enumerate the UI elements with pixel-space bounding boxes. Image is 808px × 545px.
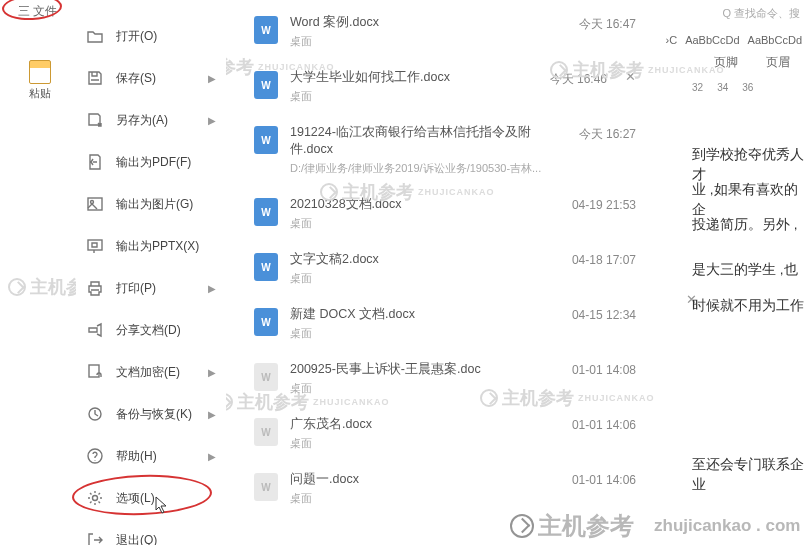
file-item[interactable]: W 问题一.docx桌面 01-01 14:06 (250, 461, 640, 516)
document-text: 至还会专门联系企业 (692, 455, 808, 496)
menu-share[interactable]: 分享文档(D) (76, 309, 226, 351)
file-path: 桌面 (290, 89, 530, 104)
file-item[interactable]: W 新建 DOCX 文档.docx桌面 04-15 12:34 (250, 296, 640, 351)
style-label: 页脚 (714, 54, 738, 71)
menu-print[interactable]: 打印(P) ▶ (76, 267, 226, 309)
file-name: 广东茂名.docx (290, 416, 552, 433)
chevron-right-icon: ▶ (208, 283, 216, 294)
menu-label: 输出为图片(G) (116, 196, 193, 213)
print-icon (86, 279, 104, 297)
doc-icon: W (254, 473, 278, 501)
file-item[interactable]: W 文字文稿2.docx桌面 04-18 17:07 (250, 241, 640, 296)
file-item[interactable]: W 广东茂名.docx桌面 01-01 14:06 (250, 406, 640, 461)
chevron-right-icon: ▶ (208, 115, 216, 126)
clipboard-icon (29, 60, 51, 84)
file-item[interactable]: W 200925-民事上诉状-王晨惠案.doc桌面 01-01 14:08 (250, 351, 640, 406)
menu-exit[interactable]: 退出(Q) (76, 519, 226, 545)
file-item[interactable]: W 大学生毕业如何找工作.docx桌面 今天 16:46✕ (250, 59, 640, 114)
chevron-right-icon: ▶ (208, 409, 216, 420)
gear-icon (86, 489, 104, 507)
menu-saveas[interactable]: 另存为(A) ▶ (76, 99, 226, 141)
file-item[interactable]: W 20210328文档.docx桌面 04-19 21:53 (250, 186, 640, 241)
style-preview[interactable]: AaBbCcDd (685, 34, 739, 46)
style-gallery[interactable]: ›C AaBbCcDd AaBbCcDd (666, 34, 802, 46)
file-path: D:/律师业务/律师业务2019/诉讼业务/190530-吉林... (290, 161, 559, 176)
close-icon[interactable]: ✕ (625, 69, 636, 84)
file-date: 今天 16:27 (579, 126, 636, 143)
svg-point-6 (93, 496, 98, 501)
menu-label: 文档加密(E) (116, 364, 180, 381)
image-icon (86, 195, 104, 213)
file-date: 01-01 14:08 (572, 363, 636, 377)
ruler-tick: 36 (742, 82, 753, 93)
menu-label: 选项(L) (116, 490, 155, 507)
file-name: Word 案例.docx (290, 14, 559, 31)
saveas-icon (86, 111, 104, 129)
backup-icon (86, 405, 104, 423)
docx-icon: W (254, 198, 278, 226)
lock-icon (86, 363, 104, 381)
chevron-right-icon: ▶ (208, 451, 216, 462)
file-path: 桌面 (290, 34, 559, 49)
menu-export-pdf[interactable]: 输出为PDF(F) (76, 141, 226, 183)
doc-icon: W (254, 418, 278, 446)
style-preview[interactable]: AaBbCcDd (748, 34, 802, 46)
search-input[interactable]: Q 查找命令、搜 (722, 6, 800, 21)
file-name: 200925-民事上诉状-王晨惠案.doc (290, 361, 552, 378)
save-icon (86, 69, 104, 87)
file-date: 01-01 14:06 (572, 473, 636, 487)
menu-help[interactable]: 帮助(H) ▶ (76, 435, 226, 477)
exit-icon (86, 531, 104, 545)
file-path: 桌面 (290, 491, 552, 506)
menu-export-image[interactable]: 输出为图片(G) (76, 183, 226, 225)
file-name: 大学生毕业如何找工作.docx (290, 69, 530, 86)
watermark-url: zhujicankao . com (654, 516, 800, 536)
docx-icon: W (254, 126, 278, 154)
file-path: 桌面 (290, 436, 552, 451)
paste-button[interactable]: 粘贴 (29, 60, 51, 101)
file-item[interactable]: W 191224-临江农商银行给吉林信托指令及附件.docxD:/律师业务/律师… (250, 114, 640, 186)
menu-label: 帮助(H) (116, 448, 157, 465)
style-preview[interactable]: ›C (666, 34, 678, 46)
svg-rect-3 (89, 365, 99, 377)
doc-icon: W (254, 363, 278, 391)
ruler-tick: 32 (692, 82, 703, 93)
file-item[interactable]: W Word 案例.docx桌面 今天 16:47 (250, 4, 640, 59)
menu-save[interactable]: 保存(S) ▶ (76, 57, 226, 99)
file-name: 20210328文档.docx (290, 196, 552, 213)
menu-label: 另存为(A) (116, 112, 168, 129)
menu-options[interactable]: 选项(L) (76, 477, 226, 519)
file-date: 04-15 12:34 (572, 308, 636, 322)
file-name: 新建 DOCX 文档.docx (290, 306, 552, 323)
menu-label: 输出为PPTX(X) (116, 238, 199, 255)
document-text: 投递简历。另外 , (692, 215, 798, 235)
file-date: 今天 16:47 (579, 16, 636, 33)
docx-icon: W (254, 253, 278, 281)
file-name: 文字文稿2.docx (290, 251, 552, 268)
menu-open[interactable]: 打开(O) (76, 15, 226, 57)
pptx-icon (86, 237, 104, 255)
help-icon (86, 447, 104, 465)
menu-label: 打开(O) (116, 28, 157, 45)
document-text: 是大三的学生 ,也✕ (692, 260, 798, 280)
file-name: 问题一.docx (290, 471, 552, 488)
ruler: 32 34 36 (692, 82, 753, 93)
menu-export-pptx[interactable]: 输出为PPTX(X) (76, 225, 226, 267)
cursor-pointer-icon (154, 495, 170, 515)
menu-encrypt[interactable]: 文档加密(E) ▶ (76, 351, 226, 393)
menu-backup[interactable]: 备份与恢复(K) ▶ (76, 393, 226, 435)
svg-rect-0 (88, 198, 102, 210)
file-date: 今天 16:46 (550, 71, 607, 88)
file-path: 桌面 (290, 271, 552, 286)
file-path: 桌面 (290, 381, 552, 396)
svg-rect-2 (88, 240, 102, 250)
menu-label: 分享文档(D) (116, 322, 181, 339)
file-date: 04-18 17:07 (572, 253, 636, 267)
pdf-icon (86, 153, 104, 171)
file-path: 桌面 (290, 326, 552, 341)
document-text: 时候就不用为工作 (692, 296, 804, 316)
docx-icon: W (254, 308, 278, 336)
file-path: 桌面 (290, 216, 552, 231)
chevron-right-icon: ▶ (208, 73, 216, 84)
menu-label: 退出(Q) (116, 532, 157, 546)
